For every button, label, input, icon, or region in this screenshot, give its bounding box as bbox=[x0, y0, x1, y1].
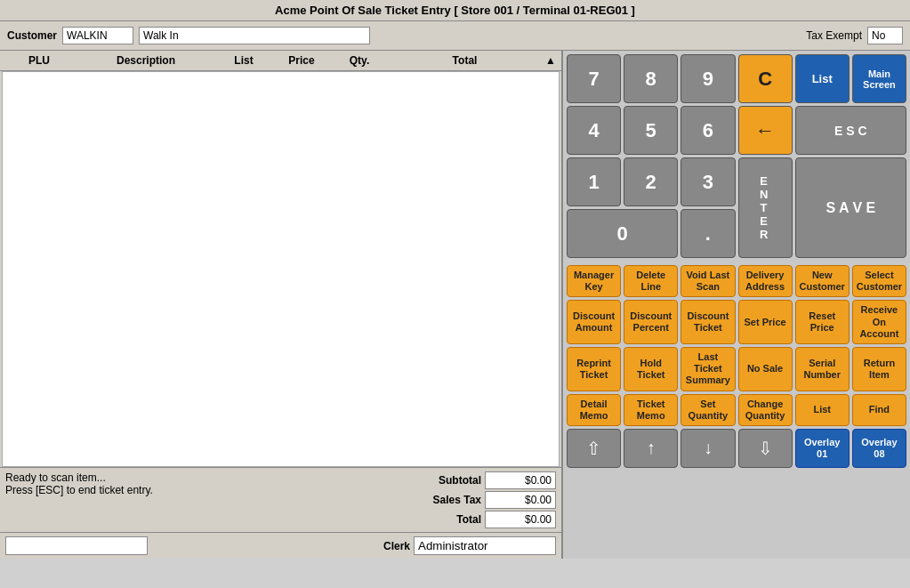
key-list[interactable]: List bbox=[795, 54, 850, 103]
col-plu: PLU bbox=[4, 54, 75, 67]
key-0[interactable]: 0 bbox=[567, 209, 678, 258]
key-6[interactable]: 6 bbox=[680, 106, 735, 155]
key-9[interactable]: 9 bbox=[680, 54, 735, 103]
btn-no-sale[interactable]: No Sale bbox=[738, 347, 793, 391]
btn-void-last-scan[interactable]: Void Last Scan bbox=[680, 265, 735, 297]
sales-tax-input[interactable] bbox=[485, 491, 556, 509]
key-main-screen[interactable]: MainScreen bbox=[852, 54, 906, 103]
col-list: List bbox=[217, 54, 270, 67]
key-save[interactable]: S A V E bbox=[795, 157, 906, 258]
btn-manager-key[interactable]: Manager Key bbox=[567, 265, 621, 297]
customer-bar: Customer Tax Exempt bbox=[0, 21, 910, 51]
btn-reset-price[interactable]: Reset Price bbox=[795, 300, 850, 344]
key-esc[interactable]: E S C bbox=[795, 106, 906, 155]
btn-reprint-ticket[interactable]: Reprint Ticket bbox=[567, 347, 621, 391]
btn-hold-ticket[interactable]: Hold Ticket bbox=[624, 347, 678, 391]
btn-delivery-address[interactable]: Delivery Address bbox=[738, 265, 793, 297]
btn-ticket-memo[interactable]: Ticket Memo bbox=[624, 394, 678, 426]
btn-scroll-up[interactable]: ↑ bbox=[624, 429, 678, 468]
tax-exempt-input[interactable] bbox=[867, 27, 903, 44]
key-2[interactable]: 2 bbox=[624, 157, 678, 206]
subtotal-label: Subtotal bbox=[419, 474, 481, 487]
col-description: Description bbox=[75, 54, 217, 67]
clerk-label: Clerk bbox=[383, 540, 410, 552]
btn-set-quantity[interactable]: Set Quantity bbox=[680, 394, 735, 426]
ticket-header: PLU Description List Price Qty. Total ▲ bbox=[0, 51, 561, 71]
top-numpad: 789CListMainScreen456←E S C123ENTERS A V… bbox=[567, 54, 906, 258]
sales-tax-label: Sales Tax bbox=[419, 494, 481, 506]
col-price: Price bbox=[270, 54, 333, 67]
bottom-bar: Clerk bbox=[0, 532, 561, 559]
btn-list[interactable]: List bbox=[795, 394, 850, 426]
key-1[interactable]: 1 bbox=[567, 157, 621, 206]
key-3[interactable]: 3 bbox=[680, 157, 735, 206]
btn-change-quantity[interactable]: Change Quantity bbox=[738, 394, 793, 426]
key-backspace[interactable]: ← bbox=[738, 106, 793, 155]
col-total: Total bbox=[386, 54, 544, 67]
customer-name-input[interactable] bbox=[139, 27, 370, 44]
total-input[interactable] bbox=[485, 511, 556, 528]
arrow-row: ⇧ ↑ ↓ ⇩ Overlay 01 Overlay 08 bbox=[567, 429, 906, 468]
action-grid: Manager Key Delete Line Void Last Scan D… bbox=[567, 265, 906, 426]
total-label: Total bbox=[419, 513, 481, 526]
key-c[interactable]: C bbox=[738, 54, 793, 103]
btn-discount-ticket[interactable]: Discount Ticket bbox=[680, 300, 735, 344]
key-4[interactable]: 4 bbox=[567, 106, 621, 155]
customer-label: Customer bbox=[7, 29, 57, 42]
btn-scroll-bottom[interactable]: ⇩ bbox=[738, 429, 793, 468]
btn-scroll-down[interactable]: ↓ bbox=[680, 429, 735, 468]
status-text: Ready to scan item... Press [ESC] to end… bbox=[5, 471, 410, 496]
btn-return-item[interactable]: Return Item bbox=[852, 347, 906, 391]
app-title: Acme Point Of Sale Ticket Entry [ Store … bbox=[275, 4, 635, 17]
btn-overlay-01[interactable]: Overlay 01 bbox=[795, 429, 850, 468]
btn-set-price[interactable]: Set Price bbox=[738, 300, 793, 344]
status-line1: Ready to scan item... bbox=[5, 471, 410, 484]
btn-select-customer[interactable]: Select Customer bbox=[852, 265, 906, 297]
ticket-panel: PLU Description List Price Qty. Total ▲ … bbox=[0, 51, 563, 559]
btn-overlay-08[interactable]: Overlay 08 bbox=[852, 429, 906, 468]
btn-discount-amount[interactable]: Discount Amount bbox=[567, 300, 621, 344]
btn-serial-number[interactable]: Serial Number bbox=[795, 347, 850, 391]
col-qty: Qty. bbox=[333, 54, 386, 67]
btn-detail-memo[interactable]: Detail Memo bbox=[567, 394, 621, 426]
status-bar: Ready to scan item... Press [ESC] to end… bbox=[0, 467, 561, 532]
btn-delete-line[interactable]: Delete Line bbox=[624, 265, 678, 297]
key-enter[interactable]: ENTER bbox=[738, 157, 793, 258]
btn-receive-on-account[interactable]: Receive On Account bbox=[852, 300, 906, 344]
key-5[interactable]: 5 bbox=[624, 106, 678, 155]
scroll-indicator: ▲ bbox=[544, 54, 558, 67]
key-8[interactable]: 8 bbox=[624, 54, 678, 103]
btn-find[interactable]: Find bbox=[852, 394, 906, 426]
btn-last-ticket-summary[interactable]: Last Ticket Summary bbox=[680, 347, 735, 391]
numpad-panel: 789CListMainScreen456←E S C123ENTERS A V… bbox=[563, 51, 910, 559]
key-dot[interactable]: . bbox=[680, 209, 735, 258]
ticket-body[interactable] bbox=[2, 71, 560, 467]
btn-scroll-top[interactable]: ⇧ bbox=[567, 429, 621, 468]
totals-area: Subtotal Sales Tax Total bbox=[419, 471, 556, 528]
subtotal-input[interactable] bbox=[485, 471, 556, 489]
btn-discount-percent[interactable]: Discount Percent bbox=[624, 300, 678, 344]
barcode-input[interactable] bbox=[5, 536, 148, 555]
title-bar: Acme Point Of Sale Ticket Entry [ Store … bbox=[0, 0, 910, 21]
clerk-input[interactable] bbox=[414, 536, 556, 555]
tax-exempt-label: Tax Exempt bbox=[806, 29, 862, 42]
clerk-area: Clerk bbox=[383, 536, 556, 555]
customer-id-input[interactable] bbox=[62, 27, 133, 44]
status-line2: Press [ESC] to end ticket entry. bbox=[5, 484, 410, 496]
btn-new-customer[interactable]: New Customer bbox=[795, 265, 850, 297]
key-7[interactable]: 7 bbox=[567, 54, 621, 103]
